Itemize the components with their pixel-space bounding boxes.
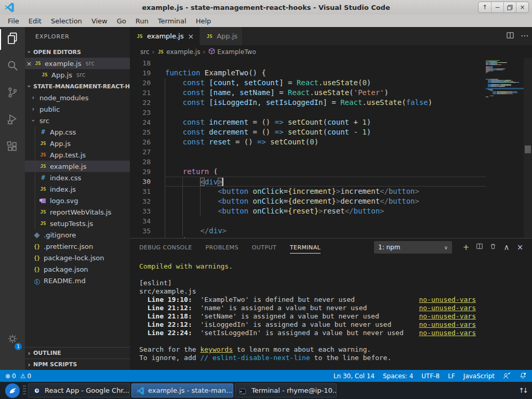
code-line-21[interactable]: 21 const [name, setName] = React.useStat… [130,88,486,98]
keywords-link[interactable]: keywords [200,345,233,353]
code-line-35[interactable]: 35 </div> [130,226,486,236]
open-editors-header[interactable]: ›OPEN EDITORS [25,46,130,58]
tree-item-app-js[interactable]: JSApp.js [25,138,130,149]
code-line-content[interactable]: return ( [165,167,486,177]
encoding[interactable]: UTF-8 [421,373,440,380]
code-line-32[interactable]: 32 <button onClick={decrement}>decrement… [130,196,486,206]
taskbar-button-terminal[interactable]: ▸_Terminal - rhyme@ip-10... [235,383,337,397]
app-launcher-icon[interactable] [5,383,20,398]
code-line-content[interactable] [165,108,486,117]
activity-run-debug[interactable] [0,108,25,133]
window-minimize-button[interactable]: − [491,2,503,12]
code-line-content[interactable] [165,216,486,226]
panel-tab-problems[interactable]: PROBLEMS [206,241,238,254]
code-line-content[interactable]: const [isLoggedIn, setIsLoggedIn] = Reac… [165,98,486,108]
tree-item--gitignore[interactable]: .gitignore [25,229,130,241]
code-line-content[interactable]: <button onClick={reset}>reset</button> [165,206,486,216]
tree-item-src[interactable]: ›src [25,115,130,126]
tab-example-js[interactable]: JSexample.js× [130,27,200,45]
code-line-25[interactable]: 25 const decrement = () => setCount(coun… [130,127,486,137]
tree-item-public[interactable]: ›public [25,103,130,115]
menu-item-file[interactable]: File [3,16,24,26]
project-root-header[interactable]: ›STATE-MANAGEMENT-REACT-H... [25,81,130,92]
code-line-19[interactable]: 19function ExampleTwo() { [130,68,486,78]
editor-scrollbar[interactable] [524,58,532,238]
tree-item-logo-svg[interactable]: logo.svg [25,195,130,206]
window-restore-button[interactable] [503,2,516,12]
code-line-29[interactable]: 29 return ( [130,167,486,177]
tree-item-index-css[interactable]: #index.css [25,172,130,183]
code-line-content[interactable]: const [count, setCount] = React.useState… [165,78,486,88]
code-line-30[interactable]: 30 <div> [130,177,486,187]
breadcrumb-item[interactable]: example.js [166,48,200,56]
code-line-20[interactable]: 20 const [count, setCount] = React.useSt… [130,78,486,88]
code-line-content[interactable]: </div> [165,226,486,236]
code-line-content[interactable]: const decrement = () => setCount(count -… [165,127,486,137]
breadcrumb-item[interactable]: src [140,48,150,56]
open-editor-item[interactable]: ×JSexample.jssrc [25,58,130,69]
workspace-switcher-icon[interactable]: ↑↓ [518,387,527,394]
code-line-content[interactable]: <button onClick={decrement}>decrement</b… [165,196,486,206]
menu-item-edit[interactable]: Edit [24,16,46,26]
menu-item-run[interactable]: Run [131,16,153,26]
open-editor-item[interactable]: JSApp.jssrc [25,69,130,81]
close-icon[interactable]: × [25,60,33,68]
tree-item-example-js[interactable]: JSexample.js [25,161,130,172]
eslint-rule-link[interactable]: no-unused-vars [419,304,476,312]
new-terminal-icon[interactable]: + [459,243,473,252]
code-line-26[interactable]: 26 const reset = () => setCount(0) [130,137,486,147]
menu-item-go[interactable]: Go [112,16,131,26]
code-line-28[interactable]: 28 [130,157,486,167]
problems-indicator[interactable]: ⊗ 0 ⚠ 0 [5,373,31,380]
panel-tab-terminal[interactable]: TERMINAL [290,241,321,254]
tree-item-index-js[interactable]: JSindex.js [25,183,130,195]
code-line-22[interactable]: 22 const [isLoggedIn, setIsLoggedIn] = R… [130,98,486,108]
language-mode[interactable]: JavaScript [463,373,495,380]
code-line-content[interactable]: function ExampleTwo() { [165,68,486,78]
tree-item-readme-md[interactable]: iREADME.md [25,275,130,286]
terminal-select[interactable]: 1: npm ∨ [374,241,452,254]
code-line-18[interactable]: 18 [130,58,486,68]
code-line-content[interactable]: const increment = () => setCount(count +… [165,117,486,127]
tree-item-node-modules[interactable]: ›node_modules [25,92,130,103]
code-line-33[interactable]: 33 <button onClick={reset}>reset</button… [130,206,486,216]
activity-manage[interactable]: 1 [0,327,25,352]
section-npm-scripts[interactable]: ›NPM SCRIPTS [25,358,130,370]
close-panel-icon[interactable]: × [513,243,527,252]
tree-item-app-test-js[interactable]: JSApp.test.js [25,149,130,161]
taskbar-button-chrome[interactable]: React App - Google Chr... [28,383,130,397]
breadcrumb-item[interactable]: ExampleTwo [217,48,256,56]
panel-tab-debug-console[interactable]: DEBUG CONSOLE [139,241,192,254]
tree-item-setuptests-js[interactable]: JSsetupTests.js [25,218,130,229]
code-line-content[interactable]: <button onClick={increment}>increment</b… [165,187,486,196]
menu-item-view[interactable]: View [87,16,112,26]
close-icon[interactable]: × [188,32,194,41]
activity-search[interactable] [0,54,25,79]
cursor-position[interactable]: Ln 30, Col 14 [334,373,375,380]
tree-item-app-css[interactable]: #App.css [25,126,130,138]
code-line-content[interactable]: <div> [165,177,486,187]
code-line-27[interactable]: 27 [130,147,486,157]
tree-item--prettierrc-json[interactable]: {}.prettierrc.json [25,241,130,252]
bell-icon[interactable] [519,372,527,380]
eslint-rule-link[interactable]: no-unused-vars [419,296,476,304]
eol-sequence[interactable]: LF [448,373,455,380]
feedback-icon[interactable] [503,372,511,380]
indentation[interactable]: Spaces: 4 [383,373,413,380]
activity-extensions[interactable] [0,135,25,160]
code-line-content[interactable] [165,147,486,157]
code-line-31[interactable]: 31 <button onClick={increment}>increment… [130,187,486,196]
more-actions-icon[interactable]: ··· [517,31,532,41]
code-line-24[interactable]: 24 const increment = () => setCount(coun… [130,117,486,127]
code-line-23[interactable]: 23 [130,108,486,117]
eslint-rule-link[interactable]: no-unused-vars [419,321,476,329]
panel-tab-output[interactable]: OUTPUT [252,241,276,254]
kill-terminal-icon[interactable] [486,243,500,252]
tab-app-js[interactable]: JSApp.js [200,27,243,45]
code-editor[interactable]: 1819function ExampleTwo() {20 const [cou… [130,58,532,238]
menu-item-selection[interactable]: Selection [46,16,87,26]
code-line-content[interactable] [165,58,486,68]
eslint-rule-link[interactable]: no-unused-vars [419,312,476,321]
split-terminal-icon[interactable] [473,243,486,252]
split-editor-icon[interactable] [503,31,517,42]
